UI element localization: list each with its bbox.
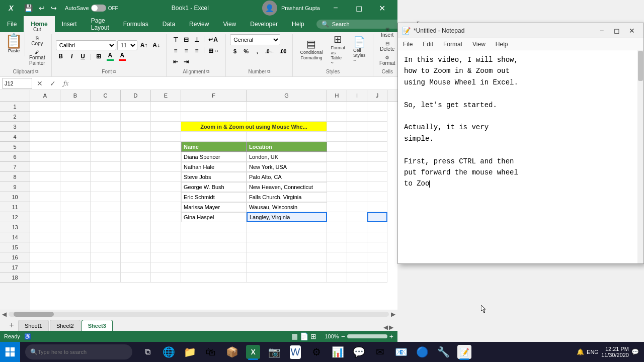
- sheet-tab-3[interactable]: Sheet3: [82, 320, 113, 331]
- cell-f8[interactable]: Steve Jobs: [181, 172, 247, 182]
- copy-button[interactable]: ⎘Copy: [27, 34, 47, 47]
- cell-a4[interactable]: [30, 132, 60, 142]
- decrease-decimal-btn[interactable]: .0←: [263, 46, 276, 56]
- font-color-button[interactable]: A: [117, 51, 128, 61]
- autosave-toggle[interactable]: [91, 5, 106, 12]
- cell-g7[interactable]: New York, USA: [247, 162, 327, 172]
- skype-btn[interactable]: 💬: [349, 343, 369, 361]
- format-btn[interactable]: ⚙Format: [377, 54, 397, 67]
- user-avatar[interactable]: 👤: [262, 1, 277, 16]
- notepad-view-menu[interactable]: View: [467, 40, 491, 49]
- excel-taskbar-btn[interactable]: X: [243, 343, 263, 361]
- taskbar-search-bar[interactable]: 🔍: [25, 344, 132, 359]
- conditional-formatting-btn[interactable]: ▤ Conditional Formatting: [297, 36, 326, 62]
- cell-title-merged[interactable]: Zoom in & Zoom out using Mouse Whe...: [181, 122, 327, 132]
- notepad-scroll-thumb[interactable]: [638, 51, 643, 81]
- cell-g12[interactable]: Langley, Virginia: [247, 212, 327, 222]
- cell-reference-input[interactable]: [2, 78, 32, 89]
- col-header-f[interactable]: F: [181, 90, 247, 101]
- cell-j2[interactable]: [367, 112, 387, 122]
- page-layout-tab[interactable]: Page Layout: [84, 16, 116, 32]
- italic-button[interactable]: I: [67, 51, 77, 61]
- settings-btn[interactable]: ⚙: [306, 343, 327, 361]
- bold-button[interactable]: B: [56, 51, 66, 61]
- col-header-e[interactable]: E: [151, 90, 181, 101]
- col-header-j[interactable]: J: [367, 90, 387, 101]
- cell-i1[interactable]: [347, 102, 367, 112]
- cut-button[interactable]: ✂Cut: [27, 20, 47, 33]
- ribbon-search[interactable]: Search: [332, 21, 350, 27]
- cell-c4[interactable]: [91, 132, 121, 142]
- page-layout-view-btn[interactable]: 📄: [300, 332, 308, 340]
- cell-f7[interactable]: Nathan Hale: [181, 162, 247, 172]
- notepad-edit-menu[interactable]: Edit: [418, 40, 438, 49]
- format-as-table-btn[interactable]: ⊞ Format as Table ~: [328, 32, 348, 67]
- insert-function-btn[interactable]: 𝑓𝑥: [60, 78, 71, 89]
- cell-a2[interactable]: [30, 112, 60, 122]
- system-clock[interactable]: 12:21 PM 11/30/2020: [601, 346, 629, 358]
- notification-icon[interactable]: 🔔: [577, 348, 584, 355]
- sheet-tab-1[interactable]: Sheet1: [18, 320, 49, 331]
- developer-tab[interactable]: Developer: [243, 16, 285, 32]
- cell-g9[interactable]: New Heaven, Connecticut: [247, 182, 327, 192]
- cell-e5[interactable]: [151, 142, 181, 152]
- notepad-close-btn[interactable]: ✕: [624, 24, 639, 38]
- accessibility-btn[interactable]: ♿: [24, 333, 31, 340]
- cell-f12[interactable]: Gina Haspel: [181, 212, 247, 222]
- cell-b2[interactable]: [60, 112, 91, 122]
- col-header-d[interactable]: D: [121, 90, 151, 101]
- normal-view-btn[interactable]: ▦: [291, 332, 298, 340]
- notepad-help-menu[interactable]: Help: [491, 40, 513, 49]
- cell-i5[interactable]: [347, 142, 367, 152]
- row-header-9[interactable]: 9: [0, 182, 30, 192]
- zoom-slider[interactable]: [347, 334, 387, 338]
- edge-btn[interactable]: 🌐: [158, 343, 179, 361]
- row-header-12[interactable]: 12: [0, 212, 30, 222]
- cell-g6[interactable]: London, UK: [247, 152, 327, 162]
- col-header-b[interactable]: B: [60, 90, 91, 101]
- cell-e4[interactable]: [151, 132, 181, 142]
- cell-h3[interactable]: [327, 122, 347, 132]
- cell-b1[interactable]: [60, 102, 91, 112]
- cell-c1[interactable]: [91, 102, 121, 112]
- align-middle-btn[interactable]: ⊟: [181, 35, 191, 45]
- cell-f1[interactable]: [181, 102, 247, 112]
- cell-d5[interactable]: [121, 142, 151, 152]
- start-button[interactable]: [0, 342, 20, 362]
- cell-g11[interactable]: Wausau, Wisconsin: [247, 202, 327, 212]
- formula-input[interactable]: [73, 78, 395, 89]
- cell-d4[interactable]: [121, 132, 151, 142]
- cell-j3[interactable]: [367, 122, 387, 132]
- align-right-btn[interactable]: ≡: [192, 46, 202, 56]
- row-header-2[interactable]: 2: [0, 112, 30, 122]
- view-tab[interactable]: View: [216, 16, 243, 32]
- insert-tab[interactable]: Insert: [55, 16, 84, 32]
- cell-a1[interactable]: [30, 102, 60, 112]
- cancel-formula-btn[interactable]: ✕: [34, 78, 45, 89]
- help-tab[interactable]: Help: [285, 16, 311, 32]
- cell-c2[interactable]: [91, 112, 121, 122]
- cell-g5-location[interactable]: Location: [247, 142, 327, 152]
- align-left-btn[interactable]: ≡: [171, 46, 181, 56]
- paste-button[interactable]: 📋 Paste: [4, 33, 24, 54]
- cell-g8[interactable]: Palo Alto, CA: [247, 172, 327, 182]
- row-header-18[interactable]: 18: [0, 273, 30, 283]
- number-format-select[interactable]: General: [230, 34, 280, 45]
- cell-g10[interactable]: Falls Church, Virginia: [247, 192, 327, 202]
- page-break-view-btn[interactable]: ⊞: [310, 332, 316, 340]
- cell-f9[interactable]: George W. Bush: [181, 182, 247, 192]
- notepad-text[interactable]: In this video, I will show, how to Zoom …: [398, 50, 643, 194]
- sheet-tab-2[interactable]: Sheet2: [50, 320, 80, 331]
- align-center-btn[interactable]: ≡: [181, 46, 191, 56]
- increase-font-btn[interactable]: A↑: [138, 40, 150, 50]
- row-header-15[interactable]: 15: [0, 242, 30, 252]
- row-header-13[interactable]: 13: [0, 222, 30, 232]
- notepad-maximize-btn[interactable]: ◻: [609, 24, 624, 38]
- fill-color-button[interactable]: A: [105, 51, 116, 61]
- indent-decrease-btn[interactable]: ⇤: [171, 57, 181, 67]
- cell-i4[interactable]: [347, 132, 367, 142]
- zoom-out-btn[interactable]: −: [341, 332, 345, 340]
- row-header-6[interactable]: 6: [0, 152, 30, 162]
- font-size-select[interactable]: 11: [117, 40, 137, 50]
- wrap-text-btn[interactable]: ↵A: [206, 35, 220, 45]
